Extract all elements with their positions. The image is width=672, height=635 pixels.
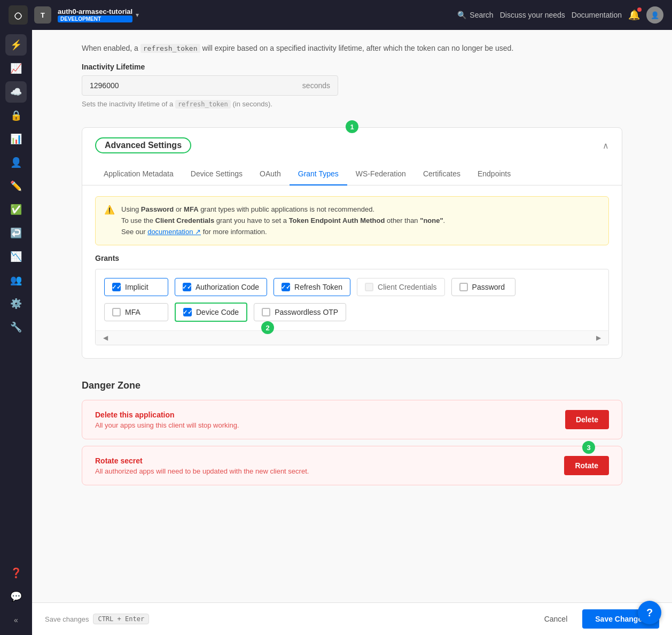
rotate-button[interactable]: Rotate [564,456,609,475]
inactivity-unit: seconds [295,76,338,95]
password-label: Password [472,283,505,291]
sidebar-icon-gear[interactable]: ⚙️ [5,293,27,314]
save-changes-hint-label: Save changes [45,615,89,623]
tab-grant-types[interactable]: Grant Types [290,163,347,185]
tab-oauth[interactable]: OAuth [251,163,290,185]
nav-tenant-selector[interactable]: auth0-armasec-tutorial DEVELOPMENT ▾ [58,7,139,22]
grants-scroll-container[interactable]: 2 ✓ Implicit [95,269,609,345]
password-checkbox[interactable] [459,283,468,291]
client-credentials-label: Client Credentials [378,283,437,291]
sidebar-icon-check[interactable]: ✅ [5,199,27,220]
nav-docs-link[interactable]: Documentation [572,11,622,19]
nav-notification-dot [637,7,642,12]
sidebar-icon-help[interactable]: ❓ [5,562,27,584]
sidebar-icon-lock[interactable]: 🔒 [5,105,27,126]
svg-point-0 [13,10,24,20]
danger-delete-info: Delete this application All your apps us… [95,411,239,429]
sidebar-icon-graph[interactable]: 📉 [5,246,27,267]
help-fab-button[interactable]: ? [638,601,661,624]
sidebar-icon-cloud[interactable]: ☁️ [5,81,27,103]
implicit-checkbox[interactable]: ✓ [112,283,121,291]
grant-mfa[interactable]: MFA [104,303,168,321]
nav-tenant-badge: DEVELOPMENT [58,16,132,22]
delete-button[interactable]: Delete [565,410,609,429]
grant-implicit[interactable]: ✓ Implicit [104,278,168,296]
sidebar-icon-dashboard[interactable]: 📊 [5,128,27,150]
authorization-code-label: Authorization Code [196,283,259,291]
grant-password[interactable]: Password [451,278,515,296]
grants-row-2: MFA ✓ Device Code Passwordless OTP [104,303,600,322]
grant-refresh-token[interactable]: ✓ Refresh Token [274,278,350,296]
warning-icon: ⚠️ [104,205,115,237]
warning-text: Using Password or MFA grant types with p… [121,204,445,237]
danger-delete-card: Delete this application All your apps us… [82,400,622,439]
sidebar-icon-return[interactable]: ↩️ [5,222,27,244]
tab-certificates[interactable]: Certificates [415,163,469,185]
bottom-bar: Save changes CTRL + Enter Cancel Save Ch… [32,602,672,635]
save-shortcut-badge: CTRL + Enter [93,614,149,624]
danger-zone-title: Danger Zone [82,380,622,391]
collapse-icon: ∧ [603,141,609,151]
tabs-bar: Application Metadata Device Settings OAu… [82,163,622,185]
inactivity-description: When enabled, a refresh_token will expir… [82,43,622,54]
scroll-right-arrow[interactable]: ▶ [593,333,604,343]
top-nav: T auth0-armasec-tutorial DEVELOPMENT ▾ 🔍… [0,0,672,30]
nav-discuss-link[interactable]: Discuss your needs [500,11,565,19]
mfa-label: MFA [125,308,140,316]
advanced-settings-card: 1 Advanced Settings ∧ Application Metada… [82,127,622,359]
grant-client-credentials[interactable]: Client Credentials [357,278,445,296]
bottom-bar-save-hint: Save changes CTRL + Enter [45,614,149,624]
grants-grid: ✓ Implicit ✓ Authorization Code ✓ [104,278,600,322]
annotation-3-circle: 3 [582,441,595,454]
danger-rotate-desc: All authorized apps will need to be upda… [95,467,309,475]
nav-tenant-avatar: T [34,6,51,24]
nav-user-avatar[interactable]: 👤 [646,6,663,24]
nav-tenant-name: auth0-armasec-tutorial [58,7,132,16]
nav-search-button[interactable]: 🔍 Search [457,11,493,19]
danger-delete-title: Delete this application [95,411,239,419]
client-credentials-checkbox[interactable] [365,283,373,291]
main-content: When enabled, a refresh_token will expir… [32,30,672,635]
nav-search-label: Search [470,11,493,19]
sidebar-expand-button[interactable]: « [5,609,27,631]
sidebar-icon-analytics[interactable]: 📈 [5,58,27,79]
mfa-checkbox[interactable] [112,308,121,316]
grant-passwordless-otp[interactable]: Passwordless OTP [254,303,346,321]
grant-device-code[interactable]: ✓ Device Code [175,303,247,322]
sidebar-icon-wrench[interactable]: 🔧 [5,316,27,338]
refresh-token-checkbox[interactable]: ✓ [282,283,290,291]
danger-delete-desc: All your apps using this client will sto… [95,421,239,429]
inactivity-input[interactable] [82,76,295,95]
danger-rotate-title: Rotate secret [95,456,309,465]
nav-bell-button[interactable]: 🔔 [628,9,640,21]
documentation-link[interactable]: documentation ↗ [147,228,201,236]
grants-label: Grants [95,254,609,262]
sidebar-icon-users[interactable]: 👤 [5,152,27,173]
nav-chevron-icon: ▾ [136,11,139,19]
authorization-code-checkbox[interactable]: ✓ [183,283,191,291]
sidebar-icon-edit[interactable]: ✏️ [5,175,27,197]
search-icon: 🔍 [457,11,466,19]
sidebar-icon-lightning[interactable]: ⚡ [5,34,27,56]
sidebar-icon-group[interactable]: 👥 [5,269,27,291]
tab-application-metadata[interactable]: Application Metadata [95,163,182,185]
nav-logo [9,5,28,25]
device-code-checkbox[interactable]: ✓ [183,308,192,316]
implicit-label: Implicit [125,283,149,291]
passwordless-otp-checkbox[interactable] [262,308,270,316]
annotation-1-circle: 1 [346,120,358,133]
tab-endpoints[interactable]: Endpoints [469,163,519,185]
annotation-2-circle: 2 [261,321,274,334]
tab-ws-federation[interactable]: WS-Federation [347,163,415,185]
advanced-settings-title: Advanced Settings [95,137,191,153]
grants-section: Grants 2 ✓ [82,254,622,358]
grant-authorization-code[interactable]: ✓ Authorization Code [175,278,267,296]
danger-rotate-card: 3 Rotate secret All authorized apps will… [82,446,622,485]
sidebar-icon-chat[interactable]: 💬 [5,586,27,607]
inactivity-label: Inactivity Lifetime [82,63,622,71]
warning-box: ⚠️ Using Password or MFA grant types wit… [95,196,609,245]
tab-device-settings[interactable]: Device Settings [182,163,251,185]
danger-rotate-info: Rotate secret All authorized apps will n… [95,456,309,475]
cancel-button[interactable]: Cancel [536,610,576,628]
scroll-left-arrow[interactable]: ◀ [100,333,111,343]
